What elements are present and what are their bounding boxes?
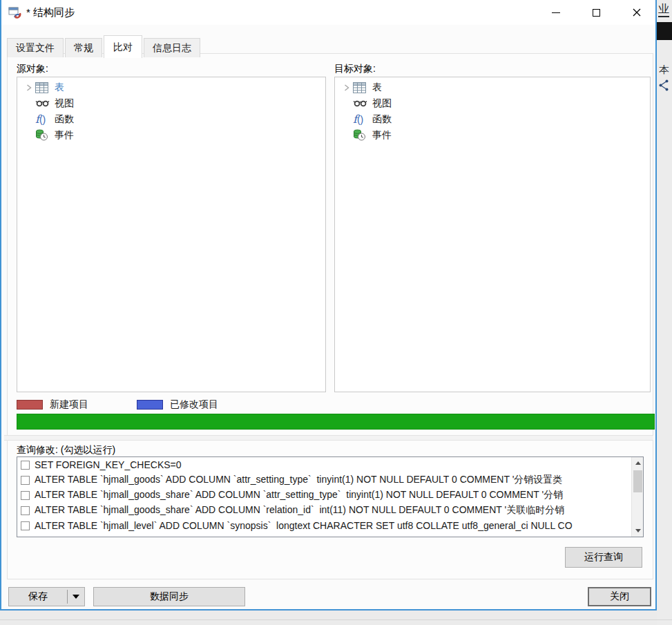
sql-row[interactable]: ALTER TABLE `hjmall_ xyxy=(17,533,643,537)
target-objects-label: 目标对象: xyxy=(334,63,376,75)
close-icon xyxy=(633,8,641,17)
save-button-label[interactable]: 保存 xyxy=(9,590,67,603)
source-tree-item-functions[interactable]: f() 函数 xyxy=(17,111,325,127)
background-divider-line xyxy=(0,619,672,620)
sql-statement: ALTER TABLE `hjmall_level` ADD COLUMN `s… xyxy=(35,520,573,531)
vertical-scrollbar[interactable] xyxy=(631,457,643,537)
sql-statement: ALTER TABLE `hjmall_goods_share` ADD COL… xyxy=(35,504,564,517)
tree-item-label: 表 xyxy=(372,81,382,94)
sql-statement: ALTER TABLE `hjmall_goods` ADD COLUMN `a… xyxy=(35,474,562,486)
tree-item-label: 事件 xyxy=(372,129,392,142)
tree-item-label: 表 xyxy=(55,81,64,94)
maximize-button[interactable] xyxy=(581,0,612,25)
target-objects-tree[interactable]: 表 视图 f() 函数 事件 xyxy=(334,77,651,392)
save-dropdown-button[interactable] xyxy=(68,595,84,599)
new-item-color-swatch xyxy=(17,400,43,410)
sql-checkbox[interactable] xyxy=(21,461,30,470)
tree-item-label: 视图 xyxy=(372,97,392,110)
view-icon xyxy=(353,99,369,107)
scrollbar-thumb[interactable] xyxy=(633,470,642,492)
source-tree-item-tables[interactable]: 表 xyxy=(17,79,325,95)
background-side-text: 本 xyxy=(659,64,669,77)
window-title: * 结构同步 xyxy=(26,6,75,19)
share-icon xyxy=(659,79,669,91)
sql-checkbox[interactable] xyxy=(21,521,30,530)
background-partial-text: 业 xyxy=(658,2,669,17)
source-tree-item-views[interactable]: 视图 xyxy=(17,95,325,111)
title-bar[interactable]: * 结构同步 xyxy=(1,0,655,25)
minimize-button[interactable] xyxy=(540,0,571,25)
sql-row[interactable]: ALTER TABLE `hjmall_level` ADD COLUMN `s… xyxy=(17,518,643,533)
modified-item-color-swatch xyxy=(137,400,163,410)
function-icon: f() xyxy=(353,113,369,126)
data-sync-button[interactable]: 数据同步 xyxy=(93,587,245,606)
sql-checkbox[interactable] xyxy=(21,476,30,485)
tab-info-log[interactable]: 信息日志 xyxy=(144,38,200,57)
sql-statement: SET FOREIGN_KEY_CHECKS=0 xyxy=(35,459,182,470)
tab-general[interactable]: 常规 xyxy=(65,38,102,57)
source-objects-tree[interactable]: 表 视图 f() 函数 事件 xyxy=(17,77,326,392)
new-item-legend-label: 新建项目 xyxy=(50,398,88,411)
function-icon: f() xyxy=(35,113,52,126)
target-tree-item-functions[interactable]: f() 函数 xyxy=(335,111,650,127)
target-tree-item-tables[interactable]: 表 xyxy=(335,79,650,95)
save-button[interactable]: 保存 xyxy=(8,587,85,606)
close-dialog-button[interactable]: 关闭 xyxy=(588,587,651,606)
background-bottom-strip xyxy=(0,610,657,625)
tree-item-label: 事件 xyxy=(55,129,74,142)
chevron-right-icon[interactable] xyxy=(23,84,35,91)
tree-item-label: 函数 xyxy=(55,113,74,126)
close-button[interactable] xyxy=(621,0,652,25)
table-icon xyxy=(35,82,52,93)
dropdown-arrow-icon xyxy=(73,595,79,599)
sql-row[interactable]: ALTER TABLE `hjmall_goods` ADD COLUMN `a… xyxy=(17,472,643,488)
scroll-down-arrow-icon[interactable] xyxy=(632,525,644,537)
modified-item-legend-label: 已修改项目 xyxy=(170,398,218,411)
query-modifications-label: 查询修改: (勾选以运行) xyxy=(17,444,115,456)
sql-row[interactable]: ALTER TABLE `hjmall_goods_share` ADD COL… xyxy=(17,503,643,518)
structure-sync-icon xyxy=(8,6,22,19)
table-icon xyxy=(353,82,369,93)
tree-item-label: 函数 xyxy=(372,113,392,126)
source-objects-label: 源对象: xyxy=(17,63,48,75)
sql-statement: ALTER TABLE `hjmall_ xyxy=(35,535,134,537)
source-tree-item-events[interactable]: 事件 xyxy=(17,127,325,143)
tree-item-label: 视图 xyxy=(55,97,74,110)
sql-checkbox[interactable] xyxy=(21,506,30,515)
progress-bar xyxy=(17,414,655,430)
event-icon xyxy=(353,129,369,141)
event-icon xyxy=(35,129,52,141)
background-dark-block xyxy=(657,22,672,40)
minimize-icon xyxy=(552,12,560,13)
target-tree-item-views[interactable]: 视图 xyxy=(335,95,650,111)
tab-bar: 设置文件 常规 比对 信息日志 xyxy=(7,35,202,57)
scroll-up-arrow-icon[interactable] xyxy=(632,457,644,469)
maximize-icon xyxy=(593,9,600,17)
sql-checkbox[interactable] xyxy=(21,537,30,538)
sql-checkbox[interactable] xyxy=(21,491,30,500)
sql-row[interactable]: SET FOREIGN_KEY_CHECKS=0 xyxy=(17,457,643,472)
splitter-handle[interactable] xyxy=(4,435,653,441)
sql-statement-list[interactable]: SET FOREIGN_KEY_CHECKS=0 ALTER TABLE `hj… xyxy=(17,456,644,537)
sql-statement: ALTER TABLE `hjmall_goods_share` ADD COL… xyxy=(35,489,563,501)
chevron-right-icon[interactable] xyxy=(340,84,353,91)
structure-sync-dialog: * 结构同步 设置文件 常规 比对 信息日志 源对象: 表 xyxy=(0,0,657,610)
target-tree-item-events[interactable]: 事件 xyxy=(335,127,650,143)
run-query-button[interactable]: 运行查询 xyxy=(565,547,642,568)
tab-compare[interactable]: 比对 xyxy=(104,35,142,58)
view-icon xyxy=(35,99,52,107)
sql-row[interactable]: ALTER TABLE `hjmall_goods_share` ADD COL… xyxy=(17,488,643,503)
background-window-strip: 业 本 xyxy=(657,0,672,625)
tab-settings-file[interactable]: 设置文件 xyxy=(7,38,64,57)
